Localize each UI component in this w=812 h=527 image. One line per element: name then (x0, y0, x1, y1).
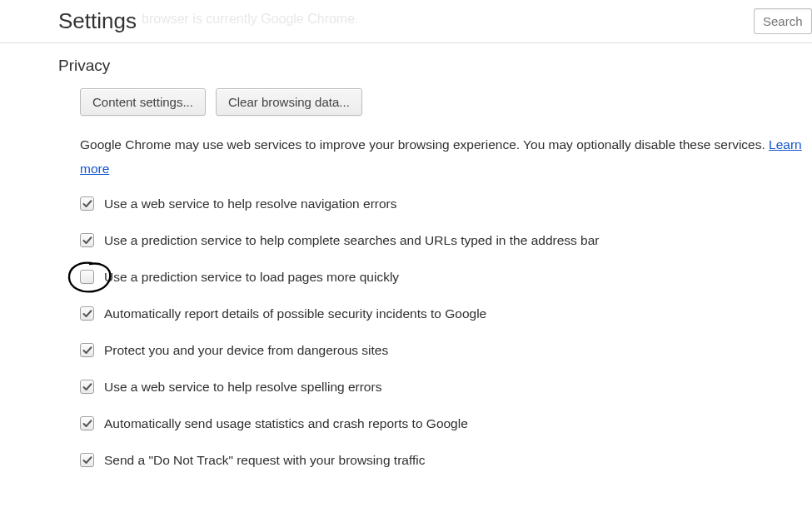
checkbox-label[interactable]: Use a web service to help resolve spelli… (104, 380, 381, 395)
checkbox-label[interactable]: Protect you and your device from dangero… (104, 343, 388, 358)
page-title: Settings (58, 8, 137, 34)
checkbox-checked-icon[interactable] (80, 233, 94, 247)
checkbox-row: Send a "Do Not Track" request with your … (80, 453, 812, 468)
section-title-privacy: Privacy (58, 57, 812, 75)
checkbox-unchecked-icon[interactable] (80, 270, 94, 284)
checkbox-row: Automatically report details of possible… (80, 306, 812, 321)
checkbox-checked-icon[interactable] (80, 306, 94, 321)
checkbox-row: Protect you and your device from dangero… (80, 343, 812, 358)
checkbox-row: Use a web service to help resolve naviga… (80, 196, 812, 211)
checkbox-label[interactable]: Use a web service to help resolve naviga… (104, 196, 397, 211)
checkbox-checked-icon[interactable] (80, 343, 94, 357)
clear-browsing-data-button[interactable]: Clear browsing data... (216, 88, 362, 116)
privacy-button-row: Content settings... Clear browsing data.… (80, 88, 812, 116)
checkbox-label[interactable]: Use a prediction service to load pages m… (104, 270, 399, 285)
checkbox-row: Automatically send usage statistics and … (80, 416, 812, 431)
checkbox-label[interactable]: Use a prediction service to help complet… (104, 233, 600, 248)
checkbox-checked-icon[interactable] (80, 196, 94, 211)
ghost-previous-text: browser is currently Google Chrome. (142, 12, 359, 27)
privacy-section: Privacy Content settings... Clear browsi… (0, 43, 812, 468)
privacy-info-text: Google Chrome may use web services to im… (80, 132, 812, 181)
checkbox-checked-icon[interactable] (80, 380, 94, 394)
content-settings-button[interactable]: Content settings... (80, 88, 206, 116)
checkbox-row: Use a prediction service to help complet… (80, 233, 812, 248)
header-bar: browser is currently Google Chrome. Sett… (0, 0, 812, 43)
privacy-checkbox-list: Use a web service to help resolve naviga… (80, 196, 812, 468)
search-input[interactable] (754, 8, 812, 34)
checkbox-row: Use a web service to help resolve spelli… (80, 380, 812, 395)
checkbox-label[interactable]: Automatically send usage statistics and … (104, 416, 468, 431)
checkbox-row: Use a prediction service to load pages m… (80, 270, 812, 285)
checkbox-label[interactable]: Send a "Do Not Track" request with your … (104, 453, 425, 468)
checkbox-checked-icon[interactable] (80, 416, 94, 430)
checkbox-checked-icon[interactable] (80, 453, 94, 467)
checkbox-label[interactable]: Automatically report details of possible… (104, 306, 486, 321)
privacy-info-part1: Google Chrome may use web services to im… (80, 137, 769, 152)
